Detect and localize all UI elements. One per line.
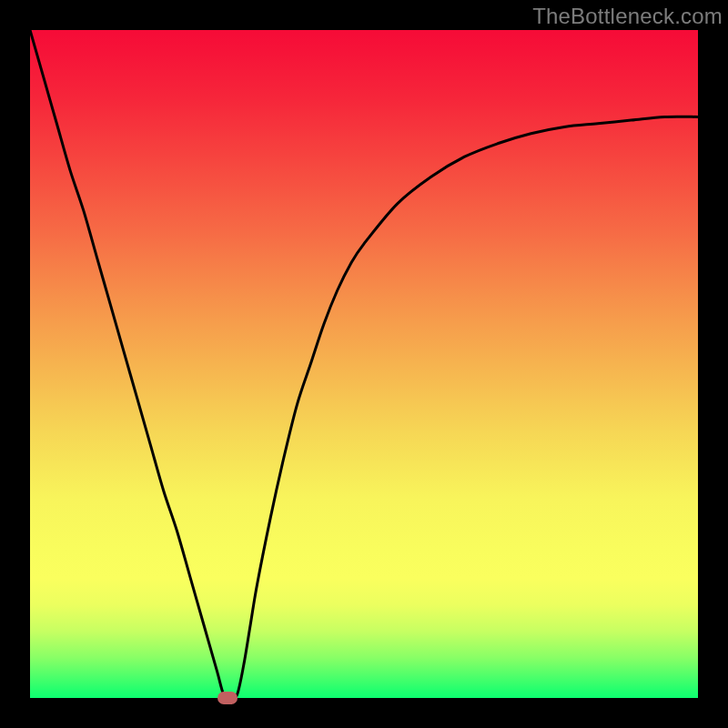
chart-stage: TheBottleneck.com [0,0,728,728]
plot-area [30,30,698,698]
minimum-marker [217,692,238,704]
watermark-text: TheBottleneck.com [532,4,723,29]
curve-svg [30,30,698,698]
bottleneck-curve [30,30,698,698]
